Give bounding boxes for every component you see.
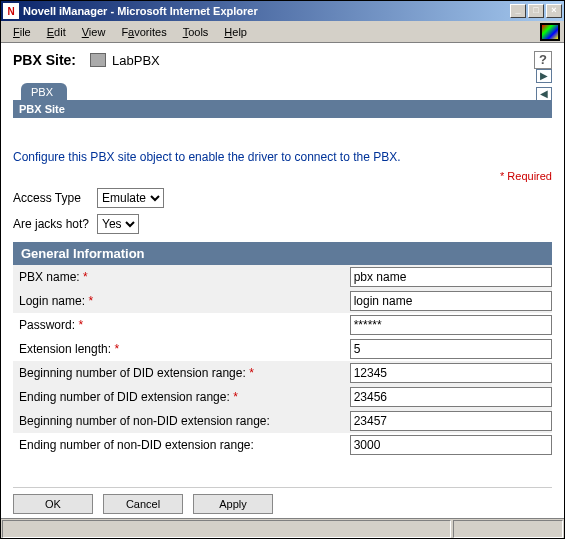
did-begin-input[interactable] [350,363,552,383]
did-end-input[interactable] [350,387,552,407]
close-button[interactable]: × [546,4,562,18]
page-description: Configure this PBX site object to enable… [13,150,552,164]
help-icon[interactable]: ? [534,51,552,69]
content-area: PBX Site: LabPBX ? PBX ▶ PBX Site ◀ Conf… [1,43,564,518]
access-type-label: Access Type [13,191,97,205]
required-star: * [78,318,83,332]
tab-area: PBX ▶ PBX Site ◀ [13,83,552,118]
required-star: * [249,366,254,380]
button-bar: OK Cancel Apply [13,487,552,514]
extension-length-input[interactable] [350,339,552,359]
maximize-button[interactable]: □ [528,4,544,18]
did-begin-label: Beginning number of DID extension range: [19,366,246,380]
required-star: * [83,270,88,284]
menu-file[interactable]: File [5,24,39,40]
password-input[interactable] [350,315,552,335]
menu-favorites[interactable]: Favorites [113,24,174,40]
status-zone [453,520,563,538]
menubar: File Edit View Favorites Tools Help [1,21,564,43]
app-icon: N [3,3,19,19]
site-header: PBX Site: LabPBX ? [13,51,552,69]
jacks-hot-select[interactable]: Yes [97,214,139,234]
jacks-hot-label: Are jacks hot? [13,217,97,231]
statusbar [1,518,564,538]
non-did-end-input[interactable] [350,435,552,455]
required-star: * [233,390,238,404]
menu-tools[interactable]: Tools [175,24,217,40]
fields-table: PBX name: * Login name: * Password: * Ex… [13,265,552,457]
tab-pbx[interactable]: PBX [21,83,67,101]
pbx-site-value: LabPBX [112,53,160,68]
pbx-name-input[interactable] [350,267,552,287]
menu-help[interactable]: Help [216,24,255,40]
required-star: * [88,294,93,308]
non-did-begin-label: Beginning number of non-DID extension ra… [19,414,270,428]
titlebar: N Novell iManager - Microsoft Internet E… [1,1,564,21]
pbx-name-label: PBX name: [19,270,80,284]
password-label: Password: [19,318,75,332]
non-did-end-label: Ending number of non-DID extension range… [19,438,254,452]
menu-view[interactable]: View [74,24,114,40]
cancel-button[interactable]: Cancel [103,494,183,514]
ie-logo-icon [540,23,560,41]
login-name-label: Login name: [19,294,85,308]
tab-subheader: PBX Site [13,100,552,118]
extension-length-label: Extension length: [19,342,111,356]
tab-nav-left-icon[interactable]: ◀ [536,87,552,101]
menu-edit[interactable]: Edit [39,24,74,40]
pbx-site-icon [90,53,106,67]
tab-nav-right-icon[interactable]: ▶ [536,69,552,83]
window-title: Novell iManager - Microsoft Internet Exp… [23,5,510,17]
ok-button[interactable]: OK [13,494,93,514]
required-star: * [114,342,119,356]
non-did-begin-input[interactable] [350,411,552,431]
apply-button[interactable]: Apply [193,494,273,514]
required-legend: * Required [13,170,552,182]
minimize-button[interactable]: _ [510,4,526,18]
access-type-select[interactable]: Emulate [97,188,164,208]
login-name-input[interactable] [350,291,552,311]
status-main [2,520,451,538]
pbx-site-label: PBX Site: [13,52,76,68]
section-general-information: General Information [13,242,552,265]
app-window: N Novell iManager - Microsoft Internet E… [0,0,565,539]
did-end-label: Ending number of DID extension range: [19,390,230,404]
